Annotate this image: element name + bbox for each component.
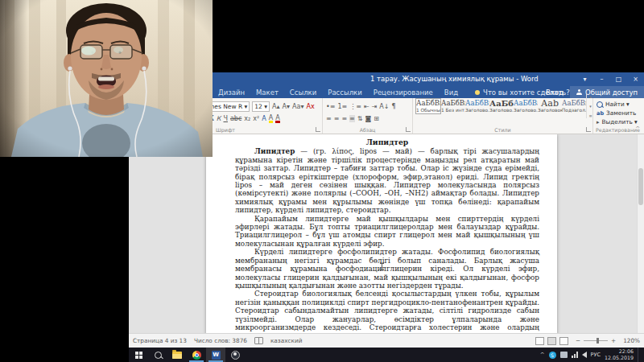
file-explorer-button[interactable] <box>167 348 187 362</box>
document-page[interactable]: Липидтер Липидтер — (гр. λίπος, lipos — … <box>206 134 557 333</box>
chrome-button[interactable] <box>187 348 206 362</box>
font-color-button[interactable]: А <box>275 115 279 123</box>
text-effects-button[interactable]: А <box>262 115 266 122</box>
ribbon-display-options-button[interactable]: ▾ <box>576 72 593 86</box>
tab-mailings[interactable]: Рассылки <box>322 88 367 97</box>
styles-group-label: Стили <box>413 127 592 133</box>
tab-layout[interactable]: Макет <box>250 88 284 97</box>
select-button[interactable]: ▸ Выделить ▾ <box>597 117 638 126</box>
paragraph: Күрделі липидтерге фосфолипидтер жатады.… <box>235 248 539 290</box>
strikethrough-button[interactable]: abc <box>230 115 242 122</box>
font-dialog-launcher-icon[interactable] <box>316 127 320 132</box>
styles-dialog-launcher-icon[interactable] <box>586 127 591 132</box>
select-label: Выделить ▾ <box>602 118 638 125</box>
page-indicator[interactable]: Страница 4 из 13 <box>133 337 187 344</box>
collapse-ribbon-icon[interactable]: ^ <box>635 125 640 132</box>
subscript-button[interactable]: х₂ <box>244 115 250 122</box>
style-label: Заголово... <box>465 108 489 113</box>
borders-button[interactable]: ⊞ <box>374 115 379 122</box>
zoom-thumb[interactable] <box>597 338 599 343</box>
increase-indent-button[interactable]: ⇥ <box>372 103 378 110</box>
tray-expand-icon[interactable]: ^ <box>540 352 545 358</box>
text-cursor-ibeam <box>382 263 382 270</box>
language-tray-indicator[interactable]: РУС <box>591 352 601 358</box>
document-heading: Липидтер <box>235 138 539 146</box>
taskbar-search-button[interactable] <box>148 348 167 362</box>
tab-review[interactable]: Рецензирование <box>368 88 439 97</box>
decrease-indent-button[interactable]: ⇤ <box>364 103 369 110</box>
bullets-button[interactable]: •≡ <box>326 103 335 110</box>
style-title[interactable]: Аab Заголовок <box>538 99 562 113</box>
change-case-button[interactable]: Аа▾ <box>292 103 303 110</box>
style-heading1[interactable]: АаБбВг Заголово... <box>465 99 489 113</box>
vertical-scrollbar[interactable] <box>637 134 644 333</box>
clear-formatting-button[interactable]: Аx <box>306 103 314 110</box>
show-marks-button[interactable]: ¶ <box>392 103 396 110</box>
style-heading2[interactable]: АаБб Заголово... <box>489 99 514 113</box>
web-layout-button[interactable] <box>559 337 568 345</box>
more-styles-icon[interactable]: ≡ <box>588 113 592 118</box>
sign-in-button[interactable]: Вход <box>539 88 570 97</box>
webcam-video <box>0 0 213 157</box>
find-button[interactable]: Найти ▾ <box>597 100 638 109</box>
style-preview: АаБбВгГт <box>441 99 465 108</box>
numbering-button[interactable]: 1≡ <box>337 103 347 110</box>
scroll-down-icon[interactable]: ▾ <box>589 104 592 109</box>
zoom-out-button[interactable]: − <box>576 337 580 344</box>
font-size-combobox[interactable]: 12 ▾ <box>252 101 270 112</box>
style-normal[interactable]: АаБбВгГт 1 Обычный <box>415 98 441 114</box>
obs-icon <box>231 351 240 360</box>
style-no-spacing[interactable]: АаБбВгГт 1 Без инт... <box>441 99 465 113</box>
highlight-color-button[interactable]: А <box>269 115 273 123</box>
multilevel-list-button[interactable]: ⋮≡ <box>349 103 361 110</box>
start-button[interactable] <box>129 348 148 362</box>
tab-design[interactable]: Дизайн <box>213 88 250 97</box>
tray-app-icon[interactable] <box>560 352 568 358</box>
style-subtitle[interactable]: АаБбВгГ Подзагол... <box>562 99 586 113</box>
word-taskbar-button[interactable]: W <box>206 348 225 362</box>
underline-button[interactable]: Ч <box>223 115 227 122</box>
align-left-button[interactable]: ≡ <box>326 115 332 122</box>
minimize-button[interactable]: – <box>593 72 610 86</box>
tray-time: 22:06 <box>605 348 634 355</box>
shrink-font-button[interactable]: А▾ <box>283 103 291 110</box>
word-count[interactable]: Число слов: 3876 <box>194 337 247 344</box>
zoom-track[interactable] <box>584 340 608 341</box>
share-button[interactable]: Общий доступ <box>570 86 644 98</box>
network-icon[interactable] <box>572 352 578 358</box>
zoom-in-button[interactable]: + <box>611 337 616 344</box>
show-desktop-button[interactable] <box>638 348 641 362</box>
justify-button[interactable]: ≡ <box>349 115 355 122</box>
print-layout-button[interactable] <box>547 337 556 345</box>
volume-icon[interactable] <box>582 352 587 358</box>
sort-button[interactable]: А↓ <box>379 103 389 110</box>
paragraph: Липидтер — (гр. λίπος, lipos — май) — ба… <box>235 147 539 214</box>
align-right-button[interactable]: ≡ <box>341 115 347 122</box>
align-center-button[interactable]: ≡ <box>334 115 340 122</box>
close-button[interactable]: × <box>627 72 644 86</box>
lightbulb-icon <box>475 90 480 95</box>
clock[interactable]: 22:06 12.05.2019 <box>605 348 634 361</box>
status-bar: Страница 4 из 13 Число слов: 3876 казахс… <box>129 333 644 348</box>
superscript-button[interactable]: х² <box>253 115 259 122</box>
zoom-level[interactable]: 120% <box>623 337 640 344</box>
scrollbar-thumb[interactable] <box>638 168 643 205</box>
shading-button[interactable]: ◙ <box>365 115 372 122</box>
font-name-combobox[interactable]: mes New R ▾ <box>206 101 250 112</box>
style-heading3[interactable]: АаБбВаГ Заголово... <box>514 99 538 113</box>
read-mode-button[interactable] <box>535 337 544 345</box>
scroll-up-icon[interactable]: ▴ <box>589 94 592 99</box>
proofing-icon[interactable] <box>254 337 263 344</box>
maximize-button[interactable]: □ <box>610 72 627 86</box>
tab-references[interactable]: Ссылки <box>284 88 322 97</box>
folder-icon <box>172 352 182 359</box>
paragraph-dialog-launcher-icon[interactable] <box>406 127 411 132</box>
grow-font-button[interactable]: А▴ <box>272 103 280 110</box>
skype-icon[interactable]: S <box>549 352 556 359</box>
obs-button[interactable] <box>225 348 245 362</box>
replace-button[interactable]: ab Заменить <box>597 109 638 117</box>
line-spacing-button[interactable]: ⇅ <box>357 115 363 122</box>
language-indicator[interactable]: казахский <box>270 337 302 344</box>
italic-button[interactable]: К <box>217 115 221 122</box>
tab-view[interactable]: Вид <box>439 88 464 97</box>
